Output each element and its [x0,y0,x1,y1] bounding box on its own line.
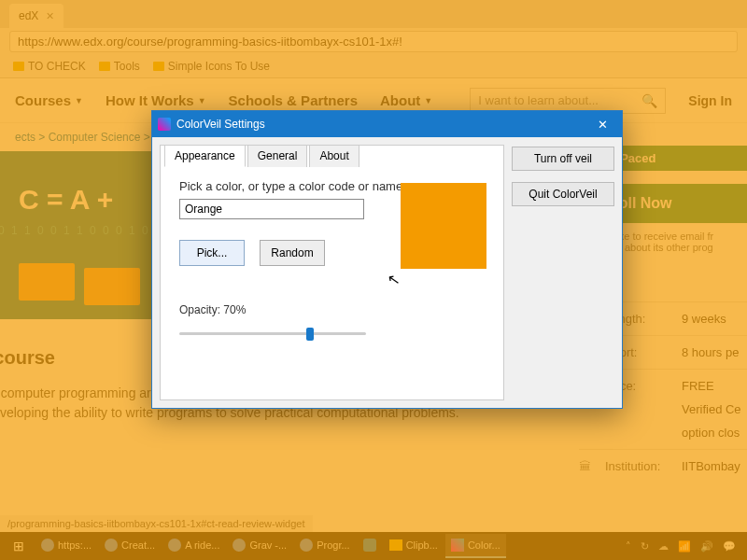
folder-icon [13,62,24,71]
folder-icon [389,539,402,551]
folder-icon [153,62,164,71]
colorveil-settings-dialog: ColorVeil Settings ✕ Appearance General … [151,110,623,409]
opacity-label: Opacity: 70% [179,303,486,316]
close-button[interactable]: ✕ [588,118,616,132]
nav-courses[interactable]: Courses▼ [15,92,83,108]
tab-bar: edX ✕ [0,0,747,28]
close-tab-icon[interactable]: ✕ [46,10,54,22]
chrome-icon [168,539,181,552]
color-input[interactable] [179,199,364,219]
tab-content-appearance: Pick a color, or type a color code or na… [161,146,503,350]
nav-how-it-works[interactable]: How It Works▼ [106,92,206,108]
hero-formula-text: C = A + [19,184,113,216]
nav-about[interactable]: About▼ [380,92,432,108]
system-tray[interactable]: ˄ ↻ ☁ 📶 🔊 💬 [626,540,743,553]
bookmark-simple-icons[interactable]: Simple Icons To Use [153,60,270,73]
caret-icon: ▼ [424,96,432,105]
color-swatch [401,183,486,269]
folder-icon [99,62,110,71]
colorveil-icon [451,539,464,552]
dialog-side-buttons: Turn off veil Quit ColorVeil [512,145,614,400]
caret-icon: ▼ [198,96,206,105]
task-item-clipboard[interactable]: Clipb... [384,534,444,558]
task-item-chrome[interactable]: Creat... [99,534,161,558]
tray-volume-icon[interactable]: 🔊 [700,540,713,553]
institution-icon: 🏛 [579,459,594,473]
app-icon [158,118,171,131]
chrome-icon [300,539,313,552]
tray-chevron-icon[interactable]: ˄ [626,540,631,553]
tray-wifi-icon[interactable]: 📶 [678,540,691,553]
random-button[interactable]: Random [260,240,325,266]
url-input[interactable]: https://www.edx.org/course/programming-b… [9,31,738,52]
task-item-edge[interactable] [358,534,382,558]
turn-off-veil-button[interactable]: Turn off veil [512,147,614,171]
tab-general[interactable]: General [247,145,308,167]
browser-chrome: edX ✕ https://www.edx.org/course/program… [0,0,747,78]
slider-track [179,332,366,335]
taskbar: ⊞ https:... Creat... A ride... Grav -...… [0,532,747,560]
address-bar: https://www.edx.org/course/programming-b… [0,28,747,54]
tray-cloud-icon[interactable]: ☁ [658,540,669,553]
tray-sync-icon[interactable]: ↻ [641,540,649,553]
tab-title: edX [19,9,38,22]
bookmark-tools[interactable]: Tools [99,60,140,73]
tray-notification-icon[interactable]: 💬 [723,540,736,553]
task-item-chrome[interactable]: Grav -... [227,534,292,558]
tab-strip: Appearance General About [164,145,361,167]
dialog-titlebar[interactable]: ColorVeil Settings ✕ [152,111,622,137]
hero-box-icon [84,268,140,305]
opacity-slider[interactable] [179,326,366,341]
tab-panel: Appearance General About Pick a color, o… [160,145,504,400]
status-bar-url: /programming-basics-iitbombayx-cs101-1x#… [0,515,313,532]
chrome-icon [41,539,54,552]
start-button[interactable]: ⊞ [4,532,34,560]
nav-schools-partners[interactable]: Schools & Partners [229,92,358,108]
tab-about[interactable]: About [309,145,359,167]
dialog-title: ColorVeil Settings [176,118,265,131]
search-icon[interactable]: 🔍 [641,93,657,108]
caret-icon: ▼ [75,96,83,105]
bookmark-to-check[interactable]: TO CHECK [13,60,86,73]
chrome-icon [233,539,246,552]
bookmarks-bar: TO CHECK Tools Simple Icons To Use [0,54,747,78]
task-item-chrome[interactable]: A ride... [162,534,225,558]
topics-label: nclude: [0,438,542,453]
sign-in-link[interactable]: Sign In [688,93,732,108]
tab-appearance[interactable]: Appearance [164,145,246,167]
task-item-chrome[interactable]: https:... [35,534,97,558]
hero-box-icon [19,263,75,301]
slider-thumb[interactable] [306,328,314,341]
pick-button[interactable]: Pick... [179,240,245,266]
task-item-chrome[interactable]: Progr... [294,534,355,558]
browser-tab[interactable]: edX ✕ [9,4,63,28]
info-row-price-detail: option clos [579,426,747,449]
quit-colorveil-button[interactable]: Quit ColorVeil [512,182,614,206]
edge-icon [363,539,376,552]
chrome-icon [105,539,118,552]
search-placeholder: I want to learn about... [478,93,599,107]
info-row-institution: 🏛Institution:IITBombay [579,449,747,483]
task-item-colorveil[interactable]: Color... [445,534,506,558]
